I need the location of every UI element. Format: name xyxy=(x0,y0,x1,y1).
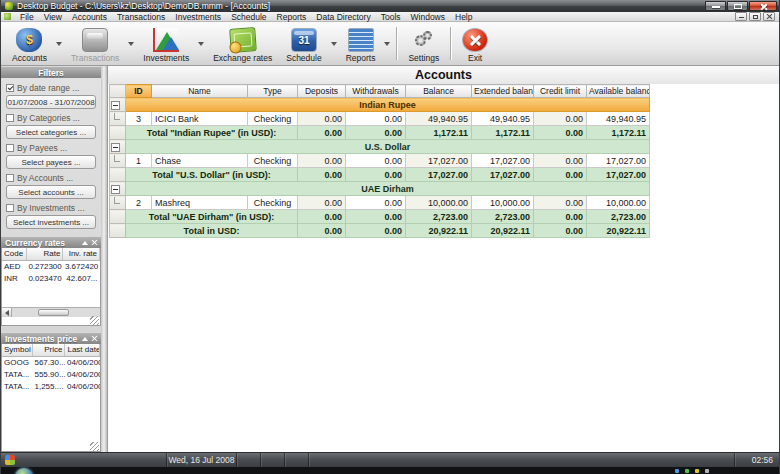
01-07-2008-31-07-2008-button[interactable]: 01/07/2008 - 31/07/2008 xyxy=(6,95,96,109)
group-row-uae-dirham[interactable]: UAE Dirham xyxy=(110,182,650,196)
grid-row[interactable]: AED0.2723003.672420 xyxy=(2,260,100,272)
column-header-price[interactable]: Price xyxy=(32,344,65,356)
group-row-u-s-dollar[interactable]: U.S. Dollar xyxy=(110,140,650,154)
content-area: Filters By date range ...01/07/2008 - 31… xyxy=(1,66,779,452)
dropdown-arrow-icon[interactable] xyxy=(384,42,390,46)
column-header-rate[interactable]: Rate xyxy=(26,248,63,260)
column-header-deposits[interactable]: Deposits xyxy=(298,85,346,98)
column-header-extended-balance[interactable]: Extended balance xyxy=(472,85,534,98)
cell-value: 0.00 xyxy=(298,196,346,210)
filter-label: By Investments ... xyxy=(17,203,85,213)
group-label: UAE Dirham xyxy=(126,182,650,196)
grid-row[interactable]: TATA...1,255....04/06/200... xyxy=(2,380,100,392)
checkbox-by-categories[interactable] xyxy=(6,114,14,122)
toolbar-schedule-button[interactable]: 31Schedule xyxy=(279,23,328,64)
exchange-rates-icon xyxy=(229,27,257,53)
menu-item-windows[interactable]: Windows xyxy=(406,12,450,22)
grid-cell: 42.607... xyxy=(63,272,100,284)
tree-cell xyxy=(110,168,126,182)
resize-grip[interactable] xyxy=(90,316,99,325)
menu-item-investments[interactable]: Investments xyxy=(170,12,226,22)
collapse-icon[interactable] xyxy=(111,185,120,194)
checkbox-by-payees[interactable] xyxy=(6,144,14,152)
cell-name: Chase xyxy=(152,154,248,168)
minimize-button[interactable] xyxy=(705,1,726,11)
column-header-credit-limit[interactable]: Credit limit xyxy=(534,85,587,98)
cell-type: Checking xyxy=(248,112,298,126)
select-payees-button[interactable]: Select payees ... xyxy=(6,155,96,169)
column-header-available-balance[interactable]: Available balance xyxy=(587,85,650,98)
scroll-left-icon[interactable] xyxy=(2,308,12,317)
investments-price-grid: SymbolPriceLast dateGOOG567.30...04/06/2… xyxy=(2,344,100,392)
select-investments-button[interactable]: Select investments ... xyxy=(6,215,96,229)
dropdown-arrow-icon[interactable] xyxy=(198,42,204,46)
horizontal-scrollbar[interactable] xyxy=(2,307,100,317)
mdi-close-button[interactable] xyxy=(763,12,775,21)
grid-row[interactable]: INR0.02347042.607... xyxy=(2,272,100,284)
select-categories-button[interactable]: Select categories ... xyxy=(6,125,96,139)
scrollbar-thumb[interactable] xyxy=(38,309,69,316)
scrollbar-track[interactable] xyxy=(12,308,100,317)
checkbox-by-date-range[interactable] xyxy=(6,84,14,92)
checkbox-by-investments[interactable] xyxy=(6,204,14,212)
account-row-icici-bank[interactable]: 3ICICI BankChecking0.000.0049,940.9549,9… xyxy=(110,112,650,126)
menu-item-schedule[interactable]: Schedule xyxy=(226,12,271,22)
account-row-mashreq[interactable]: 2MashreqChecking0.000.0010,000.0010,000.… xyxy=(110,196,650,210)
sidebar-splitter[interactable] xyxy=(101,66,108,452)
total-value: 0.00 xyxy=(346,210,406,224)
toolbar-button-label: Exchange rates xyxy=(213,53,272,63)
toolbar-investments-button[interactable]: Investments xyxy=(136,23,196,64)
grid-row[interactable]: TATA...555.90...04/06/200... xyxy=(2,368,100,380)
toolbar-reports-button[interactable]: Reports xyxy=(339,23,383,64)
close-panel-icon[interactable] xyxy=(91,240,97,246)
start-orb-icon[interactable] xyxy=(15,468,33,474)
collapse-icon[interactable] xyxy=(82,337,88,341)
menu-item-data-directory[interactable]: Data Directory xyxy=(311,12,375,22)
menu-item-view[interactable]: View xyxy=(39,12,67,22)
mdi-restore-button[interactable] xyxy=(749,12,761,21)
column-header-last-date[interactable]: Last date xyxy=(65,344,100,356)
close-button[interactable] xyxy=(749,1,777,11)
menu-item-tools[interactable]: Tools xyxy=(376,12,406,22)
windows-taskbar xyxy=(1,467,779,474)
group-row-indian-rupee[interactable]: Indian Rupee xyxy=(110,98,650,112)
select-accounts-button[interactable]: Select accounts ... xyxy=(6,185,96,199)
collapse-icon[interactable] xyxy=(111,101,120,110)
collapse-icon[interactable] xyxy=(111,143,120,152)
menu-item-file[interactable]: File xyxy=(15,12,39,22)
menu-item-help[interactable]: Help xyxy=(450,12,477,22)
account-row-chase[interactable]: 1ChaseChecking0.000.0017,027.0017,027.00… xyxy=(110,154,650,168)
column-header-name[interactable]: Name xyxy=(152,85,248,98)
maximize-button[interactable] xyxy=(727,1,748,11)
mdi-minimize-button[interactable] xyxy=(735,12,747,21)
column-header-code[interactable]: Code xyxy=(2,248,26,260)
column-header-inv-rate[interactable]: Inv. rate xyxy=(63,248,100,260)
menu-item-transactions[interactable]: Transactions xyxy=(112,12,170,22)
grid-row[interactable]: GOOG567.30...04/06/200... xyxy=(2,356,100,368)
window-title: Desktop Budget - C:\Users\kz\Desktop\Dem… xyxy=(17,0,705,12)
toolbar-transactions-button[interactable]: Transactions xyxy=(64,23,126,64)
column-header-id[interactable]: ID xyxy=(126,85,152,98)
column-header-symbol[interactable]: Symbol xyxy=(2,344,32,356)
toolbar-exchange-rates-button[interactable]: Exchange rates xyxy=(206,23,279,64)
dropdown-arrow-icon[interactable] xyxy=(331,42,337,46)
toolbar-button-label: Exit xyxy=(468,53,482,63)
dropdown-arrow-icon[interactable] xyxy=(56,42,62,46)
toolbar-settings-button[interactable]: Settings xyxy=(401,23,446,64)
resize-grip[interactable] xyxy=(90,442,99,451)
toolbar-exit-button[interactable]: Exit xyxy=(455,23,495,64)
dropdown-arrow-icon[interactable] xyxy=(128,42,134,46)
collapse-icon[interactable] xyxy=(82,241,88,245)
total-value: 0.00 xyxy=(346,126,406,140)
menu-item-reports[interactable]: Reports xyxy=(272,12,312,22)
filter-section: By Investments ...Select investments ... xyxy=(4,202,98,229)
toolbar-accounts-button[interactable]: $Accounts xyxy=(5,23,54,64)
menu-item-accounts[interactable]: Accounts xyxy=(67,12,112,22)
column-header-balance[interactable]: Balance xyxy=(406,85,472,98)
cell-value: 0.00 xyxy=(534,196,587,210)
exit-icon xyxy=(462,28,488,52)
checkbox-by-accounts[interactable] xyxy=(6,174,14,182)
column-header-type[interactable]: Type xyxy=(248,85,298,98)
column-header-withdrawals[interactable]: Withdrawals xyxy=(346,85,406,98)
close-panel-icon[interactable] xyxy=(91,336,97,342)
